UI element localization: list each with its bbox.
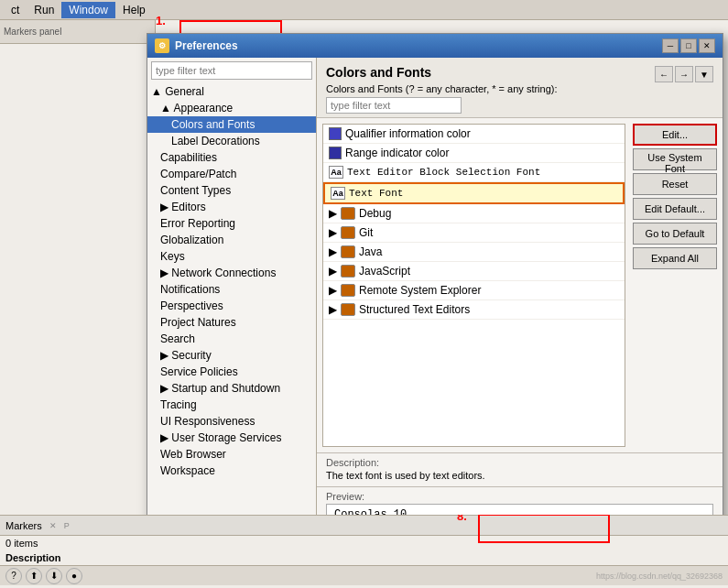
menu-bar: ct Run Window Help [0,0,728,20]
font-aa-icon: Aa [329,166,343,179]
font-item-label: Debug [359,207,391,220]
tree-item-general[interactable]: ▲ General [147,83,316,100]
font-list-item-4[interactable]: ▶ Debug [323,204,625,223]
description-text: The text font is used by text editors. [326,470,713,481]
expand-icon: ▶ [329,226,337,239]
font-list-item-2[interactable]: AaText Editor Block Selection Font [323,163,625,182]
nav-fwd-button[interactable]: → [675,66,693,82]
tree-item-perspectives[interactable]: Perspectives [147,298,316,314]
nav-back-button[interactable]: ← [655,66,673,82]
tree-item-uiresponsiveness[interactable]: UI Responsiveness [147,413,316,430]
menu-ct[interactable]: ct [4,2,27,18]
font-list-item-8[interactable]: ▶ Remote System Explorer [323,281,625,300]
markers-bar: Markers ✕ P [0,516,728,536]
preview-box: Consolas 10 The quick brown fox jumps ov… [326,504,713,515]
font-item-label: Range indicator color [345,147,449,159]
font-list-item-6[interactable]: ▶ Java [323,243,625,262]
status-bottom-bar: ? ⬆ ⬇ ● https://blog.csdn.net/qq_3269236… [0,565,728,585]
left-content [0,44,155,515]
tree-item-workspace[interactable]: Workspace [147,463,316,479]
right-btn-usesystemfont[interactable]: Use System Font [633,148,717,170]
bottom-status: Markers ✕ P 0 items Description ? ⬆ ⬇ ● … [0,515,728,588]
tree-item-appearance[interactable]: ▲ Appearance [147,100,316,116]
font-list-item-3[interactable]: AaText Font [323,182,625,204]
tree-item-keys[interactable]: Keys [147,248,316,265]
font-item-label: Text Editor Block Selection Font [347,167,540,178]
font-item-label: Java [359,245,382,258]
tree-item-userstorage[interactable]: ▶ User Storage Services [147,430,316,446]
tree-item-errorreporting[interactable]: Error Reporting [147,215,316,232]
left-toolbar: Markers panel [0,20,155,44]
tree-item-network[interactable]: ▶ Network Connections [147,265,316,281]
tree-item-capabilities[interactable]: Capabilities [147,149,316,166]
help-icon[interactable]: ? [5,568,22,584]
font-item-label: Structured Text Editors [359,303,470,316]
maximize-button[interactable]: □ [680,38,697,53]
font-list-item-9[interactable]: ▶ Structured Text Editors [323,300,625,320]
font-list-item-5[interactable]: ▶ Git [323,223,625,243]
font-list-item-7[interactable]: ▶ JavaScript [323,262,625,281]
markers-label: Markers [5,520,42,531]
tree-item-globalization[interactable]: Globalization [147,232,316,248]
tree-item-compare[interactable]: Compare/Patch [147,166,316,182]
minimize-button[interactable]: ─ [662,38,679,53]
font-list: Qualifier information colorRange indicat… [322,124,625,447]
right-btn-expandall[interactable]: Expand All [633,247,717,269]
menu-help[interactable]: Help [115,2,153,18]
tree-item-startup[interactable]: ▶ Startup and Shutdown [147,380,316,397]
expand-icon: ▶ [329,303,337,316]
menu-window[interactable]: Window [61,2,115,18]
description-column: Description [0,550,728,565]
expand-icon: ▶ [329,284,337,297]
font-list-item-0[interactable]: Qualifier information color [323,125,625,144]
tree-filter-input[interactable] [151,61,312,80]
tree-item-labeldec[interactable]: Label Decorations [147,133,316,149]
color-swatch-icon [329,147,342,159]
right-btn-gotodefault[interactable]: Go to Default [633,223,717,245]
close-button[interactable]: ✕ [699,38,715,53]
dialog-titlebar: ⚙ Preferences ─ □ ✕ [147,34,723,58]
font-list-area: Qualifier information colorRange indicat… [317,118,723,452]
folder-icon [341,207,355,220]
content-header: Colors and Fonts ← → ▼ Colors and Fonts … [317,58,723,118]
menu-run[interactable]: Run [27,2,61,18]
font-item-label: Text Font [349,188,403,199]
tree-panel: ▲ General▲ AppearanceColors and FontsLab… [147,58,317,515]
expand-icon: ▶ [329,207,337,220]
content-title: Colors and Fonts [326,65,431,80]
left-panel: Markers panel [0,20,156,515]
description-label: Description: [326,457,713,468]
font-item-label: Qualifier information color [345,127,471,140]
down-icon[interactable]: ⬇ [46,568,62,584]
tree-item-servicepolicies[interactable]: Service Policies [147,364,316,380]
tree-item-security[interactable]: ▶ Security [147,347,316,364]
nav-menu-button[interactable]: ▼ [695,66,713,82]
tree-item-search[interactable]: Search [147,331,316,347]
preview-line1: Consolas 10 [334,508,705,515]
tree-item-colorsfonts[interactable]: Colors and Fonts [147,116,316,133]
tree-item-projectnatures[interactable]: Project Natures [147,314,316,331]
color-swatch-icon [329,127,342,140]
tree-item-tracing[interactable]: Tracing [147,397,316,413]
right-btn-editdefault[interactable]: Edit Default... [633,198,717,220]
right-btn-edit[interactable]: Edit... [633,124,717,146]
font-aa-icon: Aa [331,187,345,200]
folder-icon [341,226,355,239]
description-area: Description: The text font is used by te… [317,452,723,486]
right-btn-reset[interactable]: Reset [633,173,717,195]
up-icon[interactable]: ⬆ [26,568,42,584]
preview-area: Preview: Consolas 10 The quick brown fox… [317,486,723,515]
folder-icon [341,303,355,316]
circle-icon[interactable]: ● [66,568,82,584]
tree-item-editors[interactable]: ▶ Editors [147,199,316,215]
folder-icon [341,284,355,297]
content-filter-input[interactable] [326,97,462,114]
content-panel: Colors and Fonts ← → ▼ Colors and Fonts … [317,58,723,515]
tree-item-notifications[interactable]: Notifications [147,281,316,298]
font-item-label: Remote System Explorer [359,284,481,297]
tree-item-webbrowser[interactable]: Web Browser [147,446,316,463]
font-list-item-1[interactable]: Range indicator color [323,144,625,163]
preferences-dialog: ⚙ Preferences ─ □ ✕ ▲ General▲ Appearanc… [147,33,723,515]
tree-item-contenttypes[interactable]: Content Types [147,182,316,199]
dialog-title: Preferences [175,39,238,52]
